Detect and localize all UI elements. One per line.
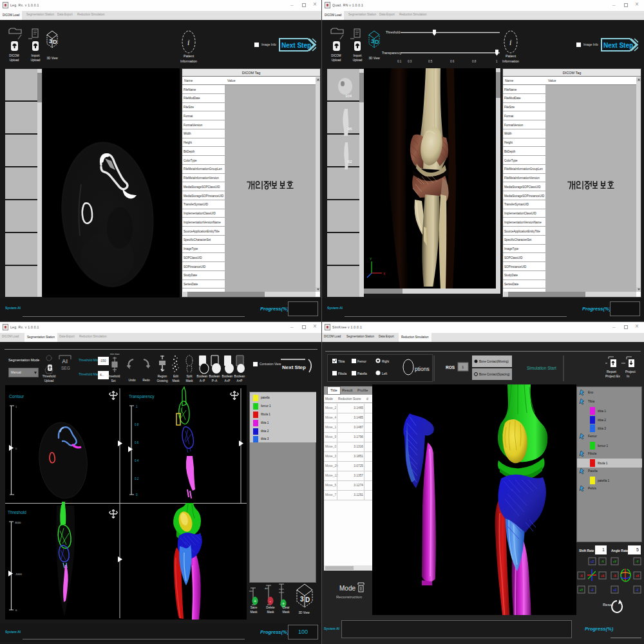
- svg-text:+X: +X: [636, 574, 640, 578]
- svg-text:Threshold Min: Threshold Min: [79, 359, 99, 362]
- svg-text:Bone Contact(Moving): Bone Contact(Moving): [479, 360, 509, 363]
- svg-text:D: D: [53, 39, 57, 45]
- svg-text:0.6: 0.6: [450, 60, 455, 63]
- svg-text:Left: Left: [382, 372, 388, 375]
- svg-text:Threshold: Threshold: [386, 30, 400, 34]
- svg-text:0: 0: [15, 447, 17, 450]
- svg-text:1: 1: [136, 405, 138, 408]
- svg-text:vis: vis: [249, 589, 252, 592]
- svg-text:-Y: -Y: [636, 560, 639, 564]
- svg-text:D: D: [305, 596, 310, 603]
- svg-text:+Y: +Y: [580, 589, 583, 592]
- svg-text:3: 3: [371, 38, 374, 44]
- svg-text:+Y: +Y: [613, 560, 617, 564]
- svg-text:Project: Project: [625, 370, 636, 374]
- svg-text:D: D: [375, 39, 379, 45]
- svg-text:Threshold: Threshold: [8, 510, 26, 515]
- svg-text:+X: +X: [601, 574, 605, 578]
- svg-text:0.6: 0.6: [135, 441, 139, 444]
- svg-text:Simulation Start: Simulation Start: [527, 366, 556, 370]
- svg-text:3: 3: [300, 596, 304, 603]
- svg-text:i: i: [509, 38, 511, 47]
- svg-text:Femur: Femur: [357, 360, 366, 363]
- svg-text:+Z: +Z: [591, 560, 594, 564]
- svg-text:+: +: [282, 601, 285, 606]
- svg-text:Patella: Patella: [357, 372, 367, 375]
- svg-text:-1000: -1000: [15, 573, 22, 576]
- svg-text:Tibia: Tibia: [338, 360, 345, 363]
- svg-text:AI: AI: [62, 358, 68, 365]
- svg-text:-X: -X: [613, 574, 617, 578]
- svg-text:X: X: [383, 272, 386, 276]
- svg-text:ROS: ROS: [446, 365, 455, 370]
- svg-text:+: +: [254, 599, 256, 603]
- svg-text:min max: min max: [110, 353, 119, 355]
- svg-text:-X: -X: [580, 574, 583, 578]
- svg-text:+Z: +Z: [613, 589, 617, 592]
- svg-text:-Y: -Y: [601, 560, 604, 564]
- svg-text:0.8: 0.8: [135, 423, 139, 426]
- svg-text:Next Step: Next Step: [603, 42, 633, 49]
- svg-text:-Z: -Z: [591, 589, 594, 592]
- svg-text:del: del: [265, 587, 268, 590]
- svg-text:Threshold Max: Threshold Max: [79, 373, 99, 376]
- svg-text:-150: -150: [100, 359, 106, 363]
- svg-text:Bone Contact(Spacing): Bone Contact(Spacing): [479, 373, 510, 376]
- svg-text:0.5: 0.5: [428, 60, 433, 63]
- svg-text:-Z: -Z: [636, 589, 639, 592]
- svg-text:Project Ex: Project Ex: [605, 374, 620, 378]
- svg-text:In: In: [627, 374, 629, 378]
- svg-text:Transparency: Transparency: [129, 394, 155, 399]
- svg-text:0.3: 0.3: [408, 60, 412, 63]
- svg-text:Report: Report: [607, 370, 617, 374]
- svg-text:3000: 3000: [15, 521, 21, 524]
- svg-text:0: 0: [15, 609, 17, 612]
- svg-text:0.1: 0.1: [397, 60, 402, 63]
- svg-text:Y: Y: [370, 257, 372, 261]
- svg-text:Next Step: Next Step: [281, 42, 311, 49]
- svg-text:0.8: 0.8: [472, 60, 477, 63]
- svg-text:0.2: 0.2: [135, 477, 139, 480]
- svg-text:0.4: 0.4: [135, 459, 139, 462]
- svg-text:1: 1: [15, 405, 17, 408]
- svg-text:Right: Right: [382, 360, 390, 363]
- svg-text:Fibula: Fibula: [338, 372, 346, 375]
- svg-text:3: 3: [49, 38, 52, 44]
- svg-text:ptions: ptions: [415, 366, 430, 372]
- svg-text:SEG: SEG: [61, 366, 70, 370]
- svg-text:Next Step: Next Step: [282, 365, 306, 370]
- svg-text:Transparency: Transparency: [382, 51, 402, 55]
- svg-text:0: 0: [136, 493, 138, 497]
- svg-text:i: i: [187, 38, 189, 47]
- svg-text:Contour: Contour: [9, 394, 24, 399]
